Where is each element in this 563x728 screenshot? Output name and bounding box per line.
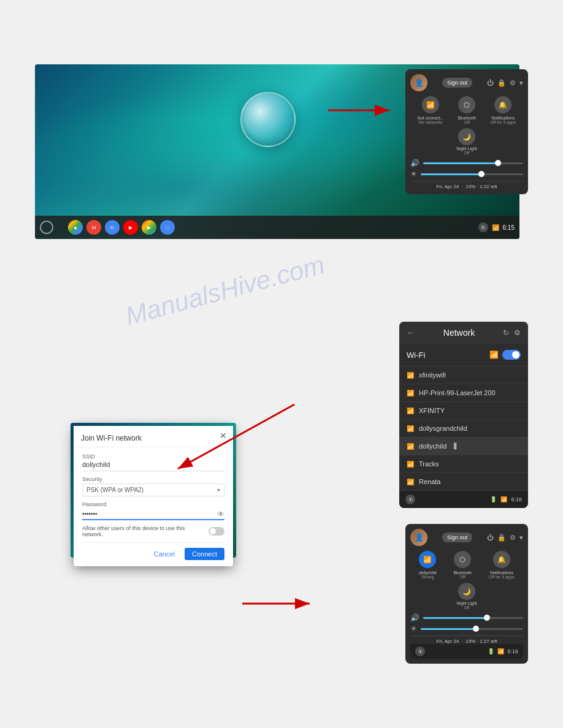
- bottom-volume-slider-row: 🔊: [410, 613, 523, 622]
- signout-button[interactable]: Sign out: [442, 78, 472, 88]
- wifi-row: Wi-Fi 📶: [399, 344, 528, 366]
- network-panel: ← Network ↻ ⚙ Wi-Fi 📶 📶 xfinitywifi 📶 HP…: [399, 322, 528, 508]
- bottom-brightness-slider-row: ☀: [410, 624, 523, 633]
- np-footer-right: 🔋 📶 6:16: [490, 496, 522, 502]
- bottom-settings-icon[interactable]: ⚙: [510, 534, 516, 542]
- power-icon[interactable]: ⏻: [487, 79, 494, 86]
- launcher-button[interactable]: [40, 221, 53, 234]
- night-light-btn[interactable]: 🌙: [458, 128, 475, 145]
- password-field: Password 👁: [82, 501, 224, 520]
- chrome-app-icon[interactable]: ●: [68, 220, 83, 235]
- connect-button[interactable]: Connect: [185, 548, 224, 560]
- brightness-slider[interactable]: [421, 173, 523, 175]
- qp-bottom-footer: Fri, Apr 24 · 23% · 1:27 left: [410, 635, 523, 644]
- lock-icon[interactable]: 🔒: [497, 79, 506, 87]
- bottom-bluetooth-toggle-btn[interactable]: ⬡: [454, 551, 471, 568]
- bottom-bluetooth-toggle-item: ⬡ Bluetooth Off: [453, 551, 472, 579]
- bottom-user-avatar: 👤: [410, 529, 427, 546]
- np-battery-icon: 🔋: [490, 496, 497, 502]
- bluetooth-toggle-btn[interactable]: ⬡: [458, 96, 475, 113]
- notification-badge: ①: [478, 222, 488, 232]
- wifi-status-icon: 📶: [492, 224, 499, 231]
- qp-toggles-row: 📶 Not connect... No networks ⬡ Bluetooth…: [410, 96, 523, 124]
- bottom-lock-icon[interactable]: 🔒: [497, 534, 506, 542]
- back-button[interactable]: ←: [407, 328, 415, 338]
- qp-bottom-header: 👤 Sign out ⏻ 🔒 ⚙ ▾: [410, 529, 523, 546]
- security-value: PSK (WPA or WPA2): [86, 487, 217, 493]
- network-item-dollychild[interactable]: 📶 dollychild ▋: [399, 438, 528, 455]
- password-input-row[interactable]: 👁: [82, 509, 224, 520]
- network-item-dollysgrandchild[interactable]: 📶 dollysgrandchild: [399, 420, 528, 438]
- bottom-volume-icon: 🔊: [410, 613, 419, 622]
- np-header: ← Network ↻ ⚙: [399, 322, 528, 344]
- np-wifi-icon: 📶: [500, 496, 507, 502]
- taskbar-left: ● M D ▶ ▶ □: [40, 220, 175, 235]
- gmail-app-icon[interactable]: M: [86, 220, 101, 235]
- play-app-icon[interactable]: ▶: [142, 220, 156, 235]
- security-field: Security PSK (WPA or WPA2) ▾: [82, 476, 224, 496]
- cancel-button[interactable]: Cancel: [149, 548, 180, 560]
- network-item-tracks[interactable]: 📶 Tracks: [399, 455, 528, 473]
- network-item-xfinity[interactable]: 📶 XFINITY: [399, 402, 528, 420]
- bottom-wifi-toggle-btn[interactable]: 📶: [419, 551, 436, 568]
- qp-footer: Fri, Apr 24 · 23% · 1:22 left: [410, 181, 523, 189]
- wifi-signal-icon: 📶: [407, 372, 414, 379]
- refresh-icon[interactable]: ↻: [503, 328, 509, 337]
- qp-bottom-statusbar: ① 🔋 📶 6:16: [410, 644, 523, 659]
- allow-others-label: Allow other users of this device to use …: [82, 525, 205, 537]
- bottom-brightness-icon: ☀: [410, 624, 417, 633]
- volume-slider[interactable]: [423, 162, 523, 164]
- bottom-signout-button[interactable]: Sign out: [442, 533, 472, 542]
- bottom-night-light-btn[interactable]: 🌙: [458, 583, 475, 600]
- youtube-app-icon[interactable]: ▶: [123, 220, 138, 235]
- bottom-brightness-slider[interactable]: [421, 628, 523, 630]
- wifi-toggle-btn[interactable]: 📶: [422, 96, 439, 113]
- bottom-chevron-icon[interactable]: ▾: [519, 534, 523, 542]
- wifi-signal-icon: 📶: [407, 461, 414, 468]
- np-header-icons: ↻ ⚙: [503, 328, 521, 337]
- wifi-toggle-item: 📶 Not connect... No networks: [417, 96, 443, 124]
- wifi-label: Wi-Fi: [407, 351, 425, 360]
- bottom-volume-slider[interactable]: [423, 617, 523, 619]
- docs-app-icon[interactable]: D: [105, 220, 120, 235]
- bottom-night-light-item: 🌙 Night Light Off: [410, 583, 523, 610]
- water-drop-decoration: [231, 83, 305, 162]
- wifi-toggle-switch[interactable]: [502, 350, 521, 360]
- settings-icon[interactable]: ⚙: [510, 79, 516, 87]
- password-input[interactable]: [82, 509, 217, 519]
- night-light-item: 🌙 Night Light Off: [410, 128, 523, 155]
- wifi-icon: 📶: [489, 351, 499, 359]
- bottom-notifications-toggle-item: 🔔 Notifications Off for 3 apps: [489, 551, 515, 579]
- bottom-notifications-toggle-btn[interactable]: 🔔: [493, 551, 510, 568]
- dialog-title: Join Wi-Fi network: [81, 434, 142, 442]
- bottom-status-right: 🔋 📶 6:16: [488, 648, 518, 654]
- quick-panel-bottom: 👤 Sign out ⏻ 🔒 ⚙ ▾ 📶 dollychild Strong ⬡…: [405, 524, 528, 664]
- security-dropdown-icon: ▾: [217, 487, 220, 493]
- bottom-time: 6:16: [507, 648, 518, 654]
- wifi-toggle[interactable]: 📶: [489, 350, 521, 360]
- network-panel-title: Network: [443, 328, 475, 338]
- user-avatar: 👤: [410, 74, 427, 91]
- password-eye-icon[interactable]: 👁: [217, 510, 224, 518]
- red-arrow-2: [159, 398, 307, 478]
- brightness-icon: ☀: [410, 170, 417, 178]
- qp-bottom-toggles-row: 📶 dollychild Strong ⬡ Bluetooth Off 🔔 No…: [410, 551, 523, 579]
- bottom-power-icon[interactable]: ⏻: [487, 534, 494, 541]
- wifi-signal-icon: 📶: [407, 425, 414, 432]
- bluetooth-toggle-item: ⬡ Bluetooth Off: [458, 96, 477, 124]
- wifi-signal-icon: 📶: [407, 443, 414, 450]
- bottom-wifi-icon: 📶: [497, 648, 504, 654]
- notifications-toggle-btn[interactable]: 🔔: [494, 96, 511, 113]
- password-label: Password: [82, 501, 224, 507]
- chevron-icon[interactable]: ▾: [519, 79, 523, 87]
- blue-app-icon[interactable]: □: [160, 220, 175, 235]
- network-item-renata[interactable]: 📶 Renata: [399, 473, 528, 491]
- security-select-wrapper[interactable]: PSK (WPA or WPA2) ▾: [82, 483, 224, 496]
- network-item-xfinity-wifi[interactable]: 📶 xfinitywifi: [399, 366, 528, 384]
- taskbar: ● M D ▶ ▶ □ ① 📶 6:15: [35, 216, 519, 239]
- network-item-hp-print[interactable]: 📶 HP-Print-99-LaserJet 200: [399, 384, 528, 402]
- bottom-battery-icon: 🔋: [488, 648, 494, 654]
- network-settings-icon[interactable]: ⚙: [514, 328, 521, 337]
- allow-others-toggle[interactable]: [209, 527, 224, 536]
- red-arrow-1: [325, 95, 399, 126]
